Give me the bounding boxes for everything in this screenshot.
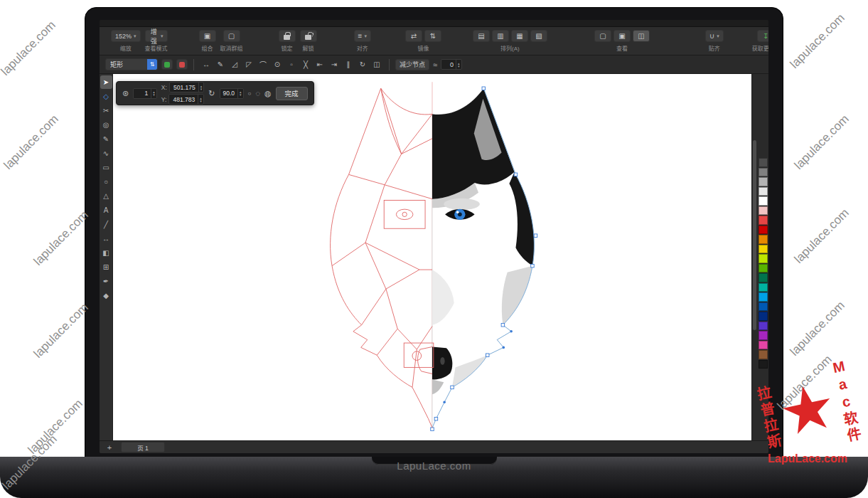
combine-button[interactable]: ▣: [199, 30, 216, 42]
done-button[interactable]: 完成: [276, 87, 308, 100]
freehand-tool[interactable]: ✎: [100, 132, 112, 146]
eyedropper-tool[interactable]: ✒: [100, 275, 112, 288]
y-coordinate-field[interactable]: 481.783 ▴ ▾: [168, 94, 204, 105]
view-option-3-button[interactable]: ◫: [633, 30, 650, 42]
palette-swatch[interactable]: [759, 350, 768, 359]
stepper-down-icon[interactable]: ▾: [200, 100, 202, 102]
stepper-down-icon[interactable]: ▾: [458, 65, 460, 68]
palette-swatch[interactable]: [759, 245, 768, 254]
zoom-tool[interactable]: ◎: [100, 118, 112, 132]
palette-swatch[interactable]: [759, 341, 768, 350]
select-stepper-icon[interactable]: ⇅: [147, 59, 157, 70]
view-mode-dropdown[interactable]: 增强 ▾: [145, 30, 168, 42]
palette-swatch[interactable]: [759, 177, 768, 186]
unlock-button[interactable]: [300, 30, 317, 42]
dimension-tool[interactable]: ↔: [100, 232, 112, 245]
palette-swatch[interactable]: [759, 273, 768, 282]
prop-tool-icon-0[interactable]: ↔: [200, 59, 213, 70]
table-tool[interactable]: ⊞: [100, 260, 112, 274]
ellipse-mode-icon[interactable]: ◌: [255, 89, 260, 97]
crop-tool[interactable]: ✂: [100, 104, 112, 117]
shadow-tool[interactable]: ◧: [100, 246, 112, 260]
get-more-button[interactable]: ↧: [757, 30, 768, 42]
toggle-green-button[interactable]: [161, 59, 173, 70]
palette-swatch[interactable]: [759, 292, 768, 302]
palette-swatch[interactable]: [759, 187, 768, 196]
arrange-front-icon: ▤: [478, 33, 484, 40]
text-tool[interactable]: A: [100, 203, 112, 217]
approx-value-stepper[interactable]: 0 ▴ ▾: [441, 59, 462, 70]
palette-swatch[interactable]: [759, 226, 768, 235]
palette-swatch[interactable]: [759, 235, 768, 244]
fill-tool[interactable]: ◆: [100, 289, 112, 302]
toggle-red-button[interactable]: [176, 59, 188, 70]
palette-swatch[interactable]: [759, 206, 768, 216]
mirror-label: 镜像: [417, 44, 429, 52]
snap-dropdown[interactable]: ∪ ▾: [705, 30, 724, 42]
prop-tool-icon-3[interactable]: ◸: [242, 59, 255, 70]
page-tab[interactable]: 页 1: [121, 442, 165, 452]
palette-swatch[interactable]: [759, 216, 768, 225]
star-icon: ★: [774, 374, 842, 444]
mirror-horizontal-button[interactable]: ⇄: [405, 30, 422, 42]
shape-type-select[interactable]: 矩形 ⇅: [105, 58, 158, 70]
view-option-2-button[interactable]: ▣: [614, 30, 631, 42]
stepper-down-icon[interactable]: ▾: [153, 93, 155, 96]
prop-tool-icon-11[interactable]: ↻: [356, 59, 369, 70]
prop-tool-icon-1[interactable]: ✎: [214, 59, 227, 70]
zoom-group-label: 缩放: [120, 44, 132, 52]
prop-tool-icon-2[interactable]: ◿: [228, 59, 241, 70]
palette-swatch[interactable]: [759, 264, 768, 273]
stepper-down-icon[interactable]: ▾: [200, 88, 203, 90]
palette-swatch[interactable]: [759, 158, 768, 167]
palette-swatch[interactable]: [759, 168, 768, 177]
bezier-tool[interactable]: ∿: [100, 147, 112, 160]
ungroup-label: 取消群组: [220, 44, 243, 52]
mirror-vertical-button[interactable]: ⇅: [424, 30, 441, 42]
anchor-point-icon[interactable]: ○: [248, 90, 252, 97]
red-state-icon: [179, 62, 185, 68]
prop-tool-icon-10[interactable]: ∥: [342, 59, 355, 70]
shape-tool[interactable]: ◇: [100, 90, 112, 103]
prop-tool-icon-12[interactable]: ◫: [370, 59, 383, 70]
stepper-down-icon[interactable]: ▾: [240, 93, 242, 96]
ellipse-tool[interactable]: ○: [100, 175, 112, 189]
prop-tool-icon-7[interactable]: ╳: [299, 59, 312, 70]
rotation-angle-field[interactable]: 90.0 ▴ ▾: [220, 88, 244, 99]
watermark-diagonal: lapulace.com: [792, 206, 852, 267]
rectangle-tool[interactable]: ▭: [100, 161, 112, 174]
divider: [389, 59, 390, 70]
husky-artwork[interactable]: [227, 77, 638, 437]
palette-swatch[interactable]: [759, 283, 768, 292]
line-tool[interactable]: ╱: [100, 218, 112, 231]
prop-tool-icon-9[interactable]: ⇥: [328, 59, 341, 70]
arrange-front-button[interactable]: ▤: [473, 30, 490, 42]
polygon-tool[interactable]: △: [100, 189, 112, 203]
add-page-button[interactable]: +: [104, 443, 115, 452]
drawing-canvas[interactable]: ⊛ 1 ▴ ▾ X: 501.175: [113, 74, 751, 440]
prop-tool-icon-6[interactable]: ▫: [285, 59, 298, 70]
prop-tool-icon-5[interactable]: ⊙: [271, 59, 284, 70]
prop-tool-icon-4[interactable]: ⌒: [257, 59, 269, 70]
arrange-backward-button[interactable]: ▦: [511, 30, 528, 42]
palette-swatch[interactable]: [759, 196, 768, 206]
palette-swatch[interactable]: [759, 322, 768, 331]
palette-swatch[interactable]: [759, 312, 768, 321]
ungroup-button[interactable]: ▢: [223, 30, 240, 42]
prop-tool-icon-8[interactable]: ⇤: [314, 59, 326, 70]
copies-stepper[interactable]: 1 ▴ ▾: [133, 88, 157, 99]
palette-swatch[interactable]: [759, 302, 768, 312]
pick-tool[interactable]: ➤: [100, 75, 112, 89]
arrange-back-button[interactable]: ▧: [530, 30, 547, 42]
reduce-nodes-button[interactable]: 减少节点: [395, 59, 429, 70]
view-option-1-button[interactable]: ▢: [594, 30, 611, 42]
palette-swatch[interactable]: [759, 331, 768, 340]
zoom-level-dropdown[interactable]: 152% ▾: [111, 30, 141, 42]
palette-swatch[interactable]: [759, 254, 768, 263]
scrollbar-thumb[interactable]: [753, 140, 756, 331]
lock-button[interactable]: [279, 30, 296, 42]
fill-mode-icon[interactable]: ◍: [264, 89, 272, 98]
x-coordinate-field[interactable]: 501.175 ▴ ▾: [169, 82, 205, 92]
arrange-forward-button[interactable]: ▥: [492, 30, 509, 42]
align-dropdown[interactable]: ≡ ▾: [354, 30, 371, 42]
